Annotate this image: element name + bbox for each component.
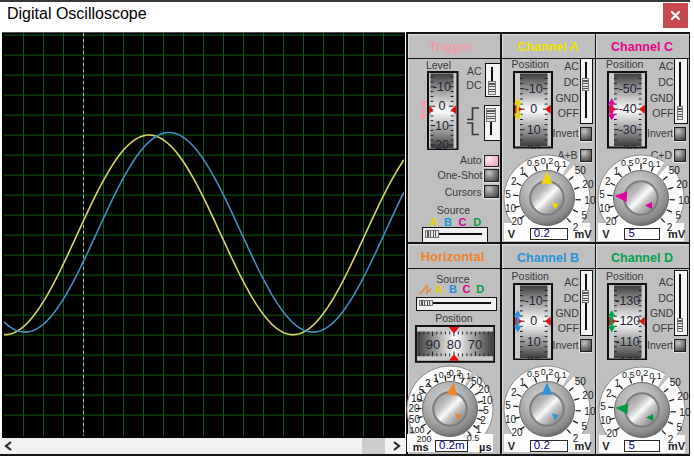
svg-text:50: 50 <box>575 376 587 387</box>
svg-text:2: 2 <box>511 176 517 187</box>
svg-text:0.5: 0.5 <box>622 370 635 380</box>
svg-text:10: 10 <box>435 118 449 132</box>
svg-text:0.5: 0.5 <box>527 369 540 379</box>
svg-text:5: 5 <box>600 189 606 200</box>
svg-text:20: 20 <box>677 391 689 402</box>
svg-text:90: 90 <box>425 337 439 352</box>
svg-text:10: 10 <box>679 194 691 205</box>
svg-text:5: 5 <box>505 400 511 411</box>
svg-text:10: 10 <box>599 203 611 214</box>
svg-text:5: 5 <box>582 209 588 220</box>
svg-text:1: 1 <box>520 377 526 388</box>
svg-text:10: 10 <box>482 394 494 405</box>
svg-text:1: 1 <box>520 165 526 176</box>
svg-text:0.1: 0.1 <box>554 370 567 380</box>
svg-text:10: 10 <box>505 414 517 425</box>
svg-text:5: 5 <box>676 422 682 433</box>
svg-text:1: 1 <box>614 165 620 176</box>
svg-text:5: 5 <box>505 189 511 200</box>
svg-text:5: 5 <box>419 385 425 396</box>
svg-text:2: 2 <box>605 176 611 187</box>
svg-text:10: 10 <box>600 416 612 427</box>
svg-text:2: 2 <box>606 388 612 399</box>
svg-text:-100: -100 <box>615 354 640 360</box>
svg-text:0.5: 0.5 <box>621 158 634 168</box>
svg-text:0.1: 0.1 <box>459 371 472 381</box>
svg-text:70: 70 <box>467 337 481 352</box>
svg-text:20: 20 <box>606 215 618 226</box>
svg-text:50: 50 <box>669 377 681 388</box>
svg-text:0.1: 0.1 <box>649 371 662 381</box>
svg-text:10: 10 <box>679 407 691 418</box>
svg-text:0.2: 0.2 <box>635 155 648 165</box>
svg-text:0.2: 0.2 <box>541 367 554 377</box>
svg-text:20: 20 <box>511 427 523 438</box>
svg-text:2: 2 <box>511 387 517 398</box>
svg-text:0.1: 0.1 <box>649 158 662 168</box>
svg-text:20: 20 <box>526 354 540 360</box>
svg-text:5: 5 <box>600 401 606 412</box>
svg-text:50: 50 <box>575 165 587 176</box>
svg-text:10: 10 <box>505 203 517 214</box>
svg-text:5: 5 <box>582 421 588 432</box>
svg-text:80: 80 <box>446 337 460 352</box>
svg-text:50: 50 <box>669 165 681 176</box>
svg-text:20: 20 <box>479 384 491 395</box>
svg-text:100: 100 <box>410 425 425 435</box>
svg-text:0: 0 <box>439 99 446 113</box>
svg-text:20: 20 <box>511 215 523 226</box>
svg-text:5: 5 <box>676 209 682 220</box>
svg-text:2: 2 <box>425 377 431 388</box>
svg-text:0.1: 0.1 <box>554 158 567 168</box>
svg-text:0.2: 0.2 <box>541 155 554 165</box>
svg-text:0.2: 0.2 <box>636 368 649 378</box>
svg-text:0.5: 0.5 <box>527 158 540 168</box>
svg-text:1: 1 <box>614 378 620 389</box>
svg-text:20: 20 <box>677 179 689 190</box>
svg-text:20: 20 <box>409 403 421 414</box>
svg-text:50: 50 <box>409 413 421 424</box>
svg-text:20: 20 <box>435 137 449 150</box>
